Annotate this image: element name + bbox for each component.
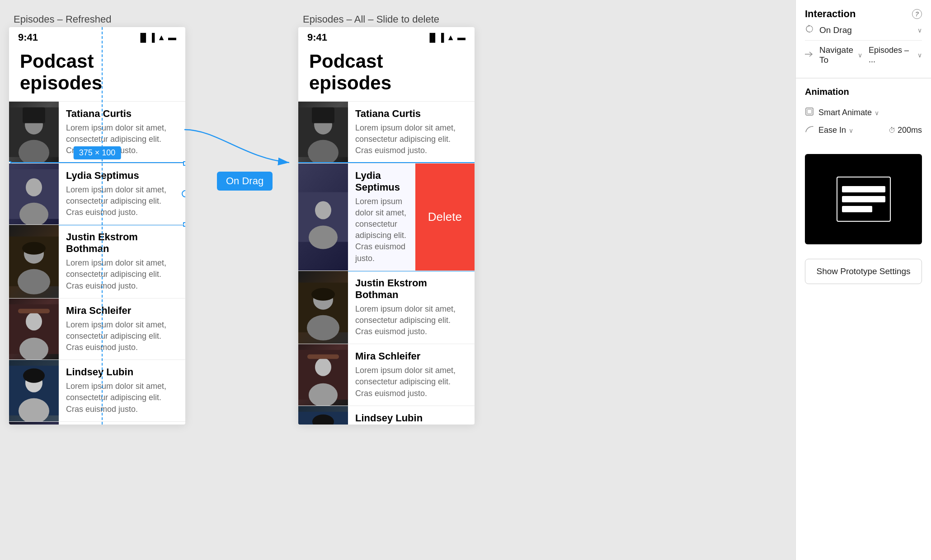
- episode-item-f2-4[interactable]: Mira Schleifer Lorem ipsum dolor sit ame…: [298, 344, 475, 406]
- smart-animate-row: Smart Animate ∨: [805, 103, 922, 122]
- dashed-guideline: [102, 27, 103, 425]
- ease-in-chevron: ∨: [849, 127, 853, 134]
- episode-list-2: Tatiana Curtis Lorem ipsum dolor sit ame…: [298, 101, 475, 425]
- thumb-justin-2: [298, 271, 348, 344]
- svg-point-33: [309, 225, 338, 249]
- right-panel: Interaction ? On Drag ∨: [795, 0, 931, 560]
- episode-content-3: Justin Ekstrom Bothman Lorem ipsum dolor…: [59, 225, 185, 298]
- thumb-lydia: [9, 163, 59, 225]
- animation-preview: [805, 154, 922, 244]
- episode-content-2: Lydia Septimus Lorem ipsum dolor sit ame…: [59, 163, 185, 225]
- svg-rect-55: [807, 109, 812, 114]
- thumb-mira-2: [298, 344, 348, 406]
- interaction-section: Interaction ? On Drag ∨: [796, 0, 931, 78]
- svg-point-9: [18, 269, 50, 294]
- svg-rect-3: [23, 107, 45, 123]
- episode-name-2: Lydia Septimus: [66, 170, 178, 182]
- animation-section: Animation Smart Animate ∨ Ease In: [796, 79, 931, 147]
- svg-point-18: [23, 369, 45, 383]
- delete-button[interactable]: Delete: [415, 163, 475, 271]
- thumb-marilyn: [9, 422, 59, 425]
- episode-item-f2-5[interactable]: Lindsey Lubin Lorem ipsum dolor sit amet…: [298, 406, 475, 425]
- smart-animate-label[interactable]: Smart Animate ∨: [818, 108, 922, 117]
- episode-item-f2-1[interactable]: Tatiana Curtis Lorem ipsum dolor sit ame…: [298, 101, 475, 163]
- animation-title: Animation: [805, 87, 922, 97]
- interaction-title: Interaction ?: [805, 8, 922, 20]
- episode-item-6[interactable]: Marilyn Herwitz Lorem ipsum dolor sit am…: [9, 421, 185, 425]
- navigate-chevron: ∨: [858, 51, 862, 59]
- episode-name-3: Justin Ekstrom Bothman: [66, 231, 178, 255]
- frame1-phone: 9:41 ▐▌▐ ▲ ▬ Podcast episodes: [9, 27, 185, 425]
- frame2-label: Episodes – All – Slide to delete: [303, 14, 439, 25]
- episode-item-2[interactable]: 375 × 100 Lydia Septimus Lorem ipsum dol…: [9, 163, 185, 225]
- svg-rect-14: [18, 308, 50, 313]
- episode-content-6: Marilyn Herwitz Lorem ipsum dolor sit am…: [59, 422, 185, 425]
- wifi-icon-2: ▲: [447, 33, 455, 42]
- status-bar-1: 9:41 ▐▌▐ ▲ ▬: [9, 27, 185, 46]
- timer-icon: ⏱: [889, 126, 896, 135]
- svg-rect-41: [307, 355, 339, 359]
- thumb-lindsey: [9, 360, 59, 421]
- episode-name-1: Tatiana Curtis: [66, 108, 178, 120]
- episode-item-5[interactable]: Lindsey Lubin Lorem ipsum dolor sit amet…: [9, 359, 185, 421]
- episode-desc-3: Lorem ipsum dolor sit amet, consectetur …: [66, 257, 178, 292]
- episode-content-f2-2: Lydia Septimus Lorem ipsum dolor sit ame…: [348, 163, 415, 271]
- status-time-1: 9:41: [18, 32, 38, 43]
- help-icon[interactable]: ?: [912, 9, 922, 19]
- episode-name-f2-4: Mira Schleifer: [355, 350, 467, 362]
- navigate-value[interactable]: Episodes – ...: [869, 46, 913, 65]
- episode-list-1: Tatiana Curtis Lorem ipsum dolor sit ame…: [9, 101, 185, 425]
- on-drag-badge: On Drag: [217, 172, 273, 191]
- episode-desc-5: Lorem ipsum dolor sit amet, consectetur …: [66, 381, 178, 415]
- interaction-label: Interaction: [805, 8, 856, 20]
- svg-point-39: [315, 358, 331, 376]
- episode-content-f2-1: Tatiana Curtis Lorem ipsum dolor sit ame…: [348, 102, 475, 163]
- svg-point-36: [307, 315, 339, 340]
- episode-desc-f2-1: Lorem ipsum dolor sit amet, consectetur …: [355, 122, 467, 157]
- episode-item-f2-3[interactable]: Justin Ekstrom Bothman Lorem ipsum dolor…: [298, 271, 475, 344]
- status-time-2: 9:41: [307, 32, 327, 43]
- status-bar-2: 9:41 ▐▌▐ ▲ ▬: [298, 27, 475, 46]
- preview-line-3: [842, 206, 872, 212]
- battery-icon-2: ▬: [457, 33, 466, 42]
- frame2-phone: 9:41 ▐▌▐ ▲ ▬ Podcast episodes: [298, 27, 475, 425]
- podcast-title-2: Podcast episodes: [298, 46, 475, 101]
- navigate-icon: [805, 51, 816, 60]
- episode-desc-f2-2: Lorem ipsum dolor sit amet, consectetur …: [355, 196, 408, 264]
- thumb-justin: [9, 225, 59, 298]
- episode-item-f2-2[interactable]: Lydia Septimus Lorem ipsum dolor sit ame…: [298, 163, 475, 271]
- episode-desc-4: Lorem ipsum dolor sit amet, consectetur …: [66, 319, 178, 354]
- podcast-title-1: Podcast episodes: [9, 46, 185, 101]
- svg-rect-54: [806, 108, 813, 115]
- episode-name-5: Lindsey Lubin: [66, 366, 178, 378]
- preview-line-1: [842, 186, 885, 192]
- size-badge: 375 × 100: [74, 146, 121, 159]
- navigate-row: Navigate To ∨ Episodes – ... ∨: [805, 41, 922, 70]
- episode-item-3[interactable]: Justin Ekstrom Bothman Lorem ipsum dolor…: [9, 224, 185, 298]
- episode-name-4: Mira Schleifer: [66, 305, 178, 317]
- episode-item-4[interactable]: Mira Schleifer Lorem ipsum dolor sit ame…: [9, 298, 185, 360]
- duration-value: ⏱ 200ms: [889, 126, 922, 135]
- show-prototype-button[interactable]: Show Prototype Settings: [805, 259, 922, 284]
- navigate-label[interactable]: Navigate To: [819, 45, 853, 65]
- episode-content-4: Mira Schleifer Lorem ipsum dolor sit ame…: [59, 299, 185, 360]
- episode-desc-2: Lorem ipsum dolor sit amet, consectetur …: [66, 184, 178, 219]
- svg-point-5: [26, 178, 42, 196]
- trigger-label[interactable]: On Drag: [819, 25, 913, 35]
- svg-point-32: [315, 201, 331, 219]
- handle-tr[interactable]: [183, 161, 185, 166]
- svg-point-10: [22, 242, 46, 255]
- ease-in-label[interactable]: Ease In ∨: [818, 126, 885, 135]
- trigger-icon: [805, 24, 816, 36]
- wifi-icon: ▲: [157, 33, 165, 42]
- episode-content-f2-3: Justin Ekstrom Bothman Lorem ipsum dolor…: [348, 271, 475, 344]
- thumb-mira: [9, 299, 59, 360]
- battery-icon: ▬: [168, 33, 176, 42]
- trigger-row: On Drag ∨: [805, 20, 922, 40]
- episode-name-f2-5: Lindsey Lubin: [355, 412, 467, 424]
- canvas: Episodes – Refreshed 9:41 ▐▌▐ ▲ ▬ Podcas…: [0, 0, 795, 560]
- thumb-lindsey-2: [298, 406, 348, 425]
- svg-point-37: [311, 288, 335, 300]
- episode-desc-f2-4: Lorem ipsum dolor sit amet, consectetur …: [355, 365, 467, 399]
- status-icons-2: ▐▌▐ ▲ ▬: [427, 33, 466, 42]
